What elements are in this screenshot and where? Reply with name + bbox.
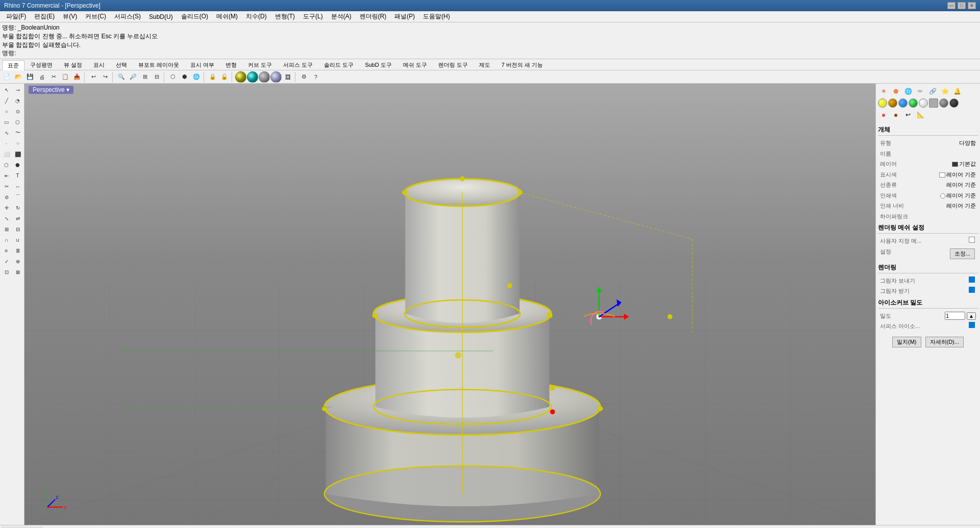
lt-mirror[interactable]: ⇌ xyxy=(13,213,23,223)
lt-snap[interactable]: ⊠ xyxy=(13,267,23,277)
lt-mesh[interactable]: ⬡ xyxy=(2,160,12,170)
lt-check[interactable]: ✓ xyxy=(2,256,12,266)
rp-icon-back[interactable]: ↩ xyxy=(902,109,914,120)
menu-item-d[interactable]: 치수(D) xyxy=(242,11,271,22)
toolbar-tab-[interactable]: 커브 도구 xyxy=(242,60,278,70)
tb-new[interactable]: 📄 xyxy=(1,71,12,83)
tb-save[interactable]: 💾 xyxy=(24,71,36,83)
rp-color-green[interactable] xyxy=(909,98,918,108)
rp-icon-tex[interactable]: ✏ xyxy=(915,86,926,97)
rp-btn-detail[interactable]: 자세히(D)... xyxy=(925,337,964,347)
lt-fillet[interactable]: ⌒ xyxy=(13,192,23,202)
rp-icon-brown[interactable]: ● xyxy=(890,109,901,120)
close-button[interactable]: ✕ xyxy=(968,2,976,9)
lt-history[interactable]: ⊡ xyxy=(2,267,12,277)
rp-color-square[interactable] xyxy=(929,98,938,108)
rp-checkbox-shadow-send[interactable] xyxy=(969,276,975,283)
lt-lasso[interactable]: ⊸ xyxy=(13,85,23,95)
lt-move[interactable]: ✛ xyxy=(2,203,12,213)
tb-redo[interactable]: ↪ xyxy=(99,71,111,83)
menu-item-a[interactable]: 분석(A) xyxy=(327,11,356,22)
tb-undo[interactable]: ↩ xyxy=(88,71,99,83)
lt-group[interactable]: ⊟ xyxy=(13,224,23,234)
rp-color-orange[interactable] xyxy=(888,98,897,108)
rp-color-black[interactable] xyxy=(949,98,959,108)
viewport-container[interactable]: Perspective ▾ X Y Z xyxy=(24,84,875,525)
tb-zoom-sel[interactable]: ⊟ xyxy=(151,71,162,83)
tb-ball[interactable] xyxy=(259,71,270,83)
rp-icon-sun[interactable]: ☀ xyxy=(878,86,889,97)
rp-btn-adjust[interactable]: 조정... xyxy=(950,248,975,259)
tb-sphere[interactable] xyxy=(247,71,258,83)
menu-item-h[interactable]: 도움말(H) xyxy=(419,11,454,22)
lt-subd[interactable]: ⬣ xyxy=(13,160,23,170)
menu-item-p[interactable]: 패널(P) xyxy=(390,11,419,22)
lt-ellipse[interactable]: ⊙ xyxy=(13,106,23,116)
lt-poly[interactable]: ⬡ xyxy=(13,117,23,127)
tb-wire[interactable]: ⬡ xyxy=(167,71,179,83)
lt-select[interactable]: ↖ xyxy=(2,85,12,95)
tb-open[interactable]: 📂 xyxy=(13,71,24,83)
rp-input-density[interactable] xyxy=(945,312,965,320)
menu-item-c[interactable]: 커브(C) xyxy=(81,11,110,22)
lt-point[interactable]: · xyxy=(2,138,12,148)
toolbar-tab-7[interactable]: 7 버전의 새 기능 xyxy=(496,60,548,70)
toolbar-tab-[interactable]: 제도 xyxy=(473,60,496,70)
tb-cut[interactable]: ✂ xyxy=(48,71,59,83)
rp-checkbox-custom[interactable] xyxy=(969,237,975,243)
tb-settings[interactable]: ⚙ xyxy=(298,71,310,83)
rp-color-red[interactable] xyxy=(878,98,887,108)
lt-arc[interactable]: ◔ xyxy=(13,95,23,106)
lt-boolean[interactable]: ∩ xyxy=(2,235,12,245)
lt-scale[interactable]: ⤡ xyxy=(2,213,12,223)
lt-text[interactable]: T xyxy=(13,170,23,181)
tb-lock[interactable]: 🔒 xyxy=(207,71,218,83)
rp-btn-push[interactable]: 밀치(M) xyxy=(892,337,921,347)
lt-trim[interactable]: ✂ xyxy=(2,181,12,191)
menu-item-r[interactable]: 렌더링(R) xyxy=(356,11,391,22)
lt-rect[interactable]: ▭ xyxy=(2,117,12,127)
toolbar-tab-[interactable]: 변형 xyxy=(220,60,242,70)
toolbar-tab-[interactable]: 표시 여부 xyxy=(185,60,220,70)
tb-paste[interactable]: 📥 xyxy=(71,71,83,83)
lt-pointcloud[interactable]: ⁘ xyxy=(13,138,23,148)
rp-icon-bell[interactable]: 🔔 xyxy=(951,86,963,97)
rp-icon-mat[interactable]: ⬟ xyxy=(890,86,901,97)
tb-ball2[interactable] xyxy=(270,71,282,83)
lt-curve[interactable]: ∿ xyxy=(2,128,12,138)
menu-item-t[interactable]: 변형(T) xyxy=(271,11,299,22)
tb-zoom-out[interactable]: 🔎 xyxy=(128,71,139,83)
rp-checkbox-shadow-recv[interactable] xyxy=(969,287,975,293)
lt-extend[interactable]: ↔ xyxy=(13,181,23,191)
menu-item-subdu[interactable]: SubD(U) xyxy=(145,12,177,21)
tb-zoom-in[interactable]: 🔍 xyxy=(116,71,127,83)
toolbar-tab-[interactable]: 서피스 도구 xyxy=(278,60,318,70)
menu-item-e[interactable]: 편집(E) xyxy=(30,11,59,22)
rp-icon-ruler[interactable]: 📐 xyxy=(915,109,926,120)
tb-shade[interactable]: ⬢ xyxy=(179,71,190,83)
minimize-button[interactable]: — xyxy=(947,2,956,9)
toolbar-tab-[interactable]: 표준 xyxy=(2,60,24,70)
rp-color-white[interactable] xyxy=(919,98,928,108)
tb-zoom-ext[interactable]: ⊞ xyxy=(139,71,150,83)
lt-array[interactable]: ⊞ xyxy=(2,224,12,234)
lt-offset[interactable]: ⊘ xyxy=(2,192,12,202)
menu-item-f[interactable]: 파일(F) xyxy=(2,11,30,22)
rp-density-up[interactable]: ▲ xyxy=(967,312,976,320)
lt-freeform[interactable]: 〜 xyxy=(13,128,23,138)
toolbar-tab-[interactable]: 뷰 설정 xyxy=(58,60,88,70)
viewport-label[interactable]: Perspective ▾ xyxy=(29,86,73,94)
maximize-button[interactable]: □ xyxy=(958,2,966,9)
rp-icon-star[interactable]: ⭐ xyxy=(939,86,950,97)
lt-circle[interactable]: ○ xyxy=(2,106,12,116)
tb-render[interactable]: 🖼 xyxy=(282,71,293,83)
rp-color-blue[interactable] xyxy=(898,98,908,108)
tb-help[interactable]: ? xyxy=(310,71,321,83)
menu-item-m[interactable]: 메쉬(M) xyxy=(212,11,242,22)
rp-icon-dec[interactable]: 🔗 xyxy=(927,86,938,97)
lt-solid[interactable]: ⬛ xyxy=(13,149,23,159)
tb-mat[interactable] xyxy=(235,71,246,83)
lt-analyze[interactable]: ⊕ xyxy=(13,256,23,266)
lt-boolean2[interactable]: ∪ xyxy=(13,235,23,245)
lt-layer[interactable]: ≡ xyxy=(2,245,12,256)
